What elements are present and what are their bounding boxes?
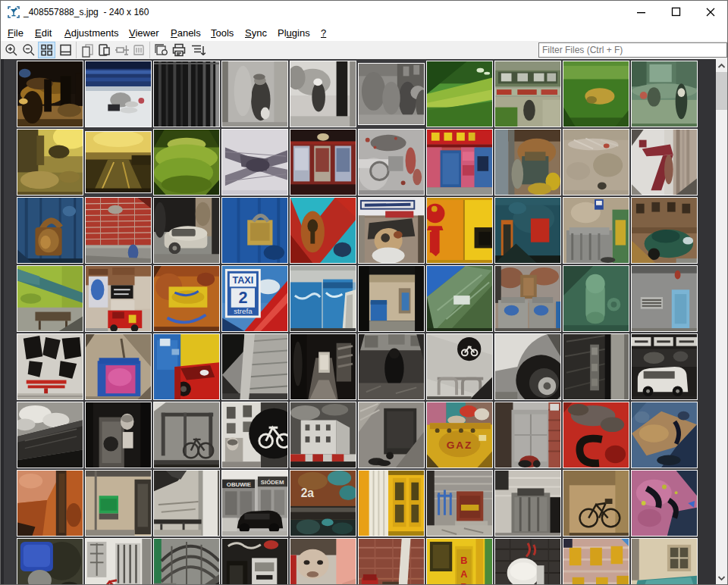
svg-text:2a: 2a [301,486,315,499]
svg-text:GAZ: GAZ [447,440,473,451]
svg-text:R: R [460,582,467,584]
svg-text:OBUWIE: OBUWIE [227,481,251,488]
svg-text:SIÓDEM: SIÓDEM [261,479,284,486]
svg-text:2: 2 [238,289,247,307]
svg-text:TAXI: TAXI [232,275,253,286]
svg-text:A: A [460,569,467,580]
svg-text:B: B [460,555,467,566]
svg-text:strefa: strefa [234,307,253,315]
